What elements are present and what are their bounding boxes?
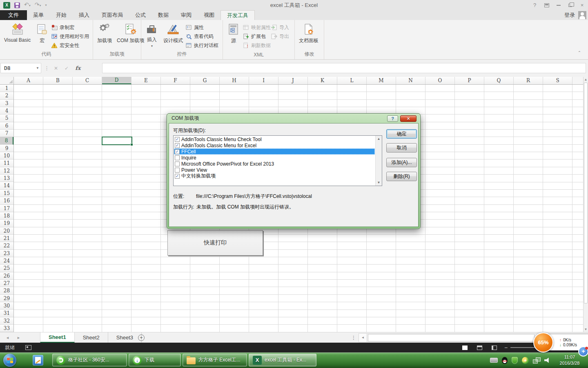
column-header-S[interactable]: S xyxy=(543,77,572,84)
taskbar-item-1[interactable]: 下载 xyxy=(129,354,181,366)
column-header-Q[interactable]: Q xyxy=(484,77,514,84)
ok-button[interactable]: 确定 xyxy=(386,129,417,139)
ribbon-tab-2[interactable]: 开始 xyxy=(50,10,73,20)
confirm-entry-icon[interactable]: ✓ xyxy=(65,65,69,71)
speaker-icon[interactable] xyxy=(544,358,550,363)
cancel-button[interactable]: 取消 xyxy=(386,143,417,153)
ribbon-tab-4[interactable]: 页面布局 xyxy=(96,10,129,20)
tab-bar-splitter[interactable]: ⋮ xyxy=(351,332,356,343)
ribbon-tab-8[interactable]: 视图 xyxy=(198,10,220,20)
addin-checkbox-icon[interactable] xyxy=(175,168,180,173)
addin-checkbox-icon[interactable]: ✓ xyxy=(175,143,180,148)
row-header-18[interactable]: 18 xyxy=(0,212,13,220)
row-header-14[interactable]: 14 xyxy=(0,182,13,189)
row-header-25[interactable]: 25 xyxy=(0,265,13,272)
column-header-A[interactable]: A xyxy=(14,77,43,84)
formula-input[interactable] xyxy=(102,63,586,73)
close-icon[interactable]: × xyxy=(576,0,588,10)
network-icon[interactable] xyxy=(533,357,540,363)
addin-checkbox-icon[interactable]: ✓ xyxy=(175,174,180,179)
taskbar-item-0[interactable]: 格子社区 - 360安... xyxy=(52,354,127,366)
document-panel-button[interactable]: 文档面板 xyxy=(296,22,321,44)
ribbon-tab-0[interactable]: 文件 xyxy=(0,10,27,20)
column-header-D[interactable]: D xyxy=(102,77,131,84)
column-header-C[interactable]: C xyxy=(73,77,102,84)
list-scroll-up-icon[interactable]: ▲ xyxy=(377,137,381,141)
row-header-20[interactable]: 20 xyxy=(0,227,13,235)
row-header-28[interactable]: 28 xyxy=(0,287,13,294)
column-header-H[interactable]: H xyxy=(220,77,249,84)
row-header-15[interactable]: 15 xyxy=(0,190,13,197)
addin-item-2[interactable]: ✓FFCell xyxy=(174,148,375,155)
addin-checkbox-icon[interactable] xyxy=(175,155,180,160)
help-icon[interactable]: ? xyxy=(529,0,541,10)
sheet-tab-sheet2[interactable]: Sheet2 xyxy=(75,332,108,343)
normal-view-icon[interactable] xyxy=(457,343,472,352)
start-button[interactable] xyxy=(3,354,16,367)
sheet-nav-right-icon[interactable]: ► xyxy=(17,336,20,340)
select-all-corner[interactable] xyxy=(0,77,14,85)
row-header-19[interactable]: 19 xyxy=(0,220,13,227)
taskbar-item-2[interactable]: 方方格子 Excel工... xyxy=(183,354,247,366)
row-header-6[interactable]: 6 xyxy=(0,122,13,130)
column-header-R[interactable]: R xyxy=(514,77,543,84)
row-header-10[interactable]: 10 xyxy=(0,152,13,159)
expansion-packs-button[interactable]: 扩展包 xyxy=(243,32,271,40)
row-header-11[interactable]: 11 xyxy=(0,159,13,167)
add-button[interactable]: 添加(A)... xyxy=(386,158,417,167)
zoom-out-icon[interactable]: − xyxy=(501,344,510,351)
collapse-ribbon-icon[interactable]: ⌃ xyxy=(575,50,584,57)
column-header-M[interactable]: M xyxy=(367,77,396,84)
insert-function-icon[interactable]: fx xyxy=(75,65,80,71)
row-header-9[interactable]: 9 xyxy=(0,145,13,152)
visual-basic-button[interactable]: Visual Basic xyxy=(2,22,33,43)
taskbar-item-3[interactable]: excel 工具箱 - Ex... xyxy=(249,354,316,366)
row-header-27[interactable]: 27 xyxy=(0,280,13,287)
scroll-down-icon[interactable]: ▼ xyxy=(584,327,588,332)
addins-button[interactable]: 加载项 xyxy=(95,22,114,44)
name-box[interactable]: D8 ▼ xyxy=(0,63,41,73)
new-sheet-icon[interactable]: + xyxy=(138,334,145,341)
row-header-22[interactable]: 22 xyxy=(0,242,13,249)
row-header-32[interactable]: 32 xyxy=(0,317,13,325)
addin-item-1[interactable]: ✓AddinTools Classic Menu for Excel xyxy=(174,142,375,148)
horizontal-scroll-thumb[interactable] xyxy=(368,334,535,341)
macro-security-button[interactable]: 宏安全性 xyxy=(51,41,89,49)
quick-print-button[interactable]: 快速打印 xyxy=(167,230,263,256)
zoom-slider[interactable] xyxy=(510,347,536,348)
record-macro-button[interactable]: 录制宏 xyxy=(51,23,89,31)
sheet-nav-left-icon[interactable]: ◄ xyxy=(6,336,9,340)
row-header-24[interactable]: 24 xyxy=(0,257,13,265)
column-header-B[interactable]: B xyxy=(43,77,73,84)
row-header-13[interactable]: 13 xyxy=(0,175,13,182)
column-header-N[interactable]: N xyxy=(396,77,425,84)
column-header-F[interactable]: F xyxy=(161,77,190,84)
avatar[interactable] xyxy=(578,11,586,19)
scroll-left-icon[interactable]: ◄ xyxy=(359,334,367,342)
scroll-up-icon[interactable]: ▲ xyxy=(584,77,588,83)
row-header-33[interactable]: 33 xyxy=(0,325,13,332)
addin-item-5[interactable]: Power View xyxy=(174,167,375,173)
column-header-I[interactable]: I xyxy=(249,77,278,84)
ribbon-tab-7[interactable]: 审阅 xyxy=(175,10,198,20)
ribbon-tab-1[interactable]: 菜单 xyxy=(27,10,50,20)
minimize-icon[interactable] xyxy=(552,0,564,10)
ie-icon[interactable] xyxy=(33,355,43,366)
row-header-2[interactable]: 2 xyxy=(0,92,13,99)
shield-icon[interactable] xyxy=(512,357,518,364)
macro-record-icon[interactable] xyxy=(25,345,31,350)
name-box-dropdown-icon[interactable]: ▼ xyxy=(34,63,41,73)
addins-listbox[interactable]: ✓AddinTools Classic Menu Check Tool✓Addi… xyxy=(173,135,382,186)
row-header-16[interactable]: 16 xyxy=(0,197,13,204)
row-header-26[interactable]: 26 xyxy=(0,272,13,280)
column-header-O[interactable]: O xyxy=(425,77,455,84)
row-header-1[interactable]: 1 xyxy=(0,85,13,92)
restore-icon[interactable] xyxy=(564,0,576,10)
accelerate-plus-icon[interactable]: + xyxy=(578,346,588,357)
row-header-3[interactable]: 3 xyxy=(0,100,13,107)
page-break-view-icon[interactable] xyxy=(487,343,501,352)
ribbon-tab-3[interactable]: 插入 xyxy=(73,10,96,20)
keyboard-icon[interactable] xyxy=(490,358,498,363)
undo-icon[interactable]: ↶▾ xyxy=(24,2,31,9)
column-header-J[interactable]: J xyxy=(278,77,308,84)
